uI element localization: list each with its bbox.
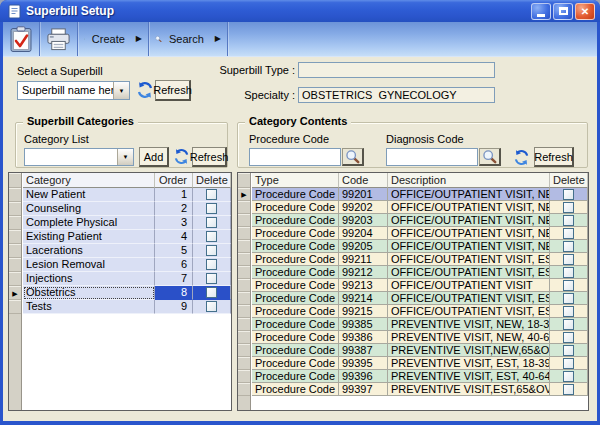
- delete-cell[interactable]: [550, 253, 588, 266]
- code-cell[interactable]: 99211: [339, 253, 388, 266]
- description-cell[interactable]: OFFICE/OUTPATIENT VISIT: [388, 279, 550, 292]
- category-row[interactable]: Counseling2: [23, 202, 231, 216]
- code-cell[interactable]: 99215: [339, 305, 388, 318]
- category-row[interactable]: Obstetrics8: [23, 286, 231, 300]
- row-selector[interactable]: [238, 331, 250, 344]
- delete-checkbox[interactable]: [206, 203, 217, 214]
- code-cell[interactable]: 99204: [339, 227, 388, 240]
- code-cell[interactable]: 99205: [339, 240, 388, 253]
- delete-cell[interactable]: [550, 344, 588, 357]
- delete-checkbox[interactable]: [563, 280, 574, 291]
- description-cell[interactable]: OFFICE/OUTPATIENT VISIT, NEW: [388, 214, 550, 227]
- type-cell[interactable]: Procedure Code: [252, 188, 339, 201]
- order-cell[interactable]: 3: [155, 216, 193, 230]
- delete-cell[interactable]: [550, 305, 588, 318]
- type-cell[interactable]: Procedure Code: [252, 201, 339, 214]
- type-cell[interactable]: Procedure Code: [252, 279, 339, 292]
- row-selector[interactable]: [238, 357, 250, 370]
- row-selector[interactable]: [9, 300, 21, 314]
- delete-checkbox[interactable]: [206, 189, 217, 200]
- category-list-combo[interactable]: ▼: [24, 148, 134, 166]
- delete-cell[interactable]: [550, 331, 588, 344]
- contents-refresh-button[interactable]: Refresh: [534, 147, 574, 167]
- type-cell[interactable]: Procedure Code: [252, 227, 339, 240]
- row-selector[interactable]: [9, 258, 21, 272]
- delete-checkbox[interactable]: [563, 267, 574, 278]
- delete-checkbox[interactable]: [563, 371, 574, 382]
- row-selector[interactable]: [9, 188, 21, 202]
- category-row[interactable]: Injections7: [23, 272, 231, 286]
- delete-checkbox[interactable]: [206, 301, 217, 312]
- code-cell[interactable]: 99203: [339, 214, 388, 227]
- procedure-code-input[interactable]: [249, 148, 341, 166]
- order-cell[interactable]: 2: [155, 202, 193, 216]
- delete-cell[interactable]: [193, 300, 231, 314]
- type-cell[interactable]: Procedure Code: [252, 344, 339, 357]
- close-button[interactable]: ✕: [575, 3, 595, 20]
- category-cell[interactable]: Lacerations: [23, 244, 155, 258]
- diagnosis-code-input[interactable]: [386, 148, 478, 166]
- delete-checkbox[interactable]: [563, 189, 574, 200]
- add-category-button[interactable]: Add: [139, 147, 169, 167]
- description-cell[interactable]: OFFICE/OUTPATIENT VISIT, NEW: [388, 201, 550, 214]
- category-row[interactable]: Lesion Removal6: [23, 258, 231, 272]
- delete-cell[interactable]: [550, 279, 588, 292]
- type-cell[interactable]: Procedure Code: [252, 266, 339, 279]
- column-header-order[interactable]: Order: [155, 173, 193, 188]
- column-header-delete[interactable]: Delete: [193, 173, 231, 188]
- maximize-button[interactable]: [553, 3, 573, 20]
- order-cell[interactable]: 8: [155, 286, 193, 300]
- delete-checkbox[interactable]: [563, 293, 574, 304]
- delete-checkbox[interactable]: [563, 345, 574, 356]
- content-row[interactable]: Procedure Code99397PREVENTIVE VISIT,EST,…: [252, 383, 588, 396]
- description-cell[interactable]: OFFICE/OUTPATIENT VISIT, EST: [388, 292, 550, 305]
- search-button[interactable]: Search ▶: [149, 22, 227, 56]
- delete-checkbox[interactable]: [563, 384, 574, 395]
- code-cell[interactable]: 99214: [339, 292, 388, 305]
- delete-cell[interactable]: [193, 188, 231, 202]
- titlebar[interactable]: Superbill Setup ✕: [0, 0, 600, 22]
- type-cell[interactable]: Procedure Code: [252, 240, 339, 253]
- superbill-type-field[interactable]: [298, 62, 495, 78]
- row-selector[interactable]: [238, 318, 250, 331]
- delete-cell[interactable]: [193, 272, 231, 286]
- row-selector[interactable]: [9, 230, 21, 244]
- delete-checkbox[interactable]: [563, 241, 574, 252]
- column-header-delete[interactable]: Delete: [550, 173, 588, 188]
- categories-refresh-button[interactable]: Refresh: [192, 147, 227, 167]
- delete-checkbox[interactable]: [563, 202, 574, 213]
- row-selector[interactable]: [238, 305, 250, 318]
- delete-checkbox[interactable]: [563, 332, 574, 343]
- delete-checkbox[interactable]: [563, 306, 574, 317]
- description-cell[interactable]: OFFICE/OUTPATIENT VISIT, EST: [388, 266, 550, 279]
- category-cell[interactable]: Injections: [23, 272, 155, 286]
- row-selector[interactable]: [238, 292, 250, 305]
- content-row[interactable]: Procedure Code99211OFFICE/OUTPATIENT VIS…: [252, 253, 588, 266]
- code-cell[interactable]: 99397: [339, 383, 388, 396]
- row-selector[interactable]: [238, 383, 250, 396]
- description-cell[interactable]: OFFICE/OUTPATIENT VISIT, EST: [388, 253, 550, 266]
- delete-checkbox[interactable]: [563, 215, 574, 226]
- code-cell[interactable]: 99387: [339, 344, 388, 357]
- code-cell[interactable]: 99396: [339, 370, 388, 383]
- category-cell[interactable]: Obstetrics: [23, 286, 155, 300]
- description-cell[interactable]: PREVENTIVE VISIT, EST, 18-39: [388, 357, 550, 370]
- row-selector[interactable]: [9, 244, 21, 258]
- type-cell[interactable]: Procedure Code: [252, 214, 339, 227]
- minimize-button[interactable]: [531, 3, 551, 20]
- content-row[interactable]: Procedure Code99205OFFICE/OUTPATIENT VIS…: [252, 240, 588, 253]
- delete-checkbox[interactable]: [563, 228, 574, 239]
- delete-cell[interactable]: [550, 227, 588, 240]
- superbill-combo[interactable]: Superbill name here... ▼: [17, 81, 130, 100]
- category-cell[interactable]: Lesion Removal: [23, 258, 155, 272]
- delete-cell[interactable]: [193, 286, 231, 300]
- row-selector[interactable]: [238, 240, 250, 253]
- category-row[interactable]: Complete Physical3: [23, 216, 231, 230]
- delete-cell[interactable]: [193, 258, 231, 272]
- code-cell[interactable]: 99395: [339, 357, 388, 370]
- row-selector[interactable]: ▶: [238, 188, 250, 201]
- category-cell[interactable]: Tests: [23, 300, 155, 314]
- description-cell[interactable]: PREVENTIVE VISIT, NEW, 40-64: [388, 331, 550, 344]
- content-row[interactable]: Procedure Code99386PREVENTIVE VISIT, NEW…: [252, 331, 588, 344]
- category-row[interactable]: New Patient1: [23, 188, 231, 202]
